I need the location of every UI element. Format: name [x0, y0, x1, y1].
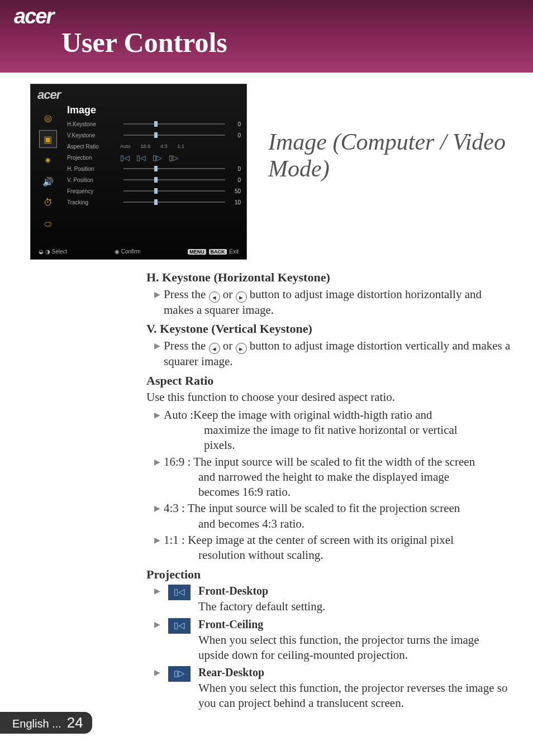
image-tab-icon: ▣	[39, 130, 57, 148]
osd-row-projection: Projection ▯◁ ▯◁ ▯▷ ▯▷	[67, 152, 241, 163]
bullet-text: 1:1 : Keep image at the center of screen…	[164, 533, 511, 563]
menu-key-icon: MENU	[188, 249, 206, 255]
color-tab-icon: ◎	[39, 109, 57, 127]
proj-body: Front-Ceiling When you select this funct…	[198, 617, 511, 663]
osd-label: H. Position	[67, 166, 120, 172]
bullet-text: Auto :Keep the image with original width…	[164, 408, 511, 453]
heading-aspect: Aspect Ratio	[146, 373, 511, 389]
osd-label: Tracking	[67, 199, 120, 205]
osd-row-tracking: Tracking 10	[67, 197, 241, 208]
proj-title: Front-Ceiling	[198, 617, 511, 631]
osd-label: V.Keystone	[67, 132, 120, 138]
bullet-43: ▶ 4:3 : The input source will be scaled …	[154, 501, 511, 532]
bullet-text: 4:3 : The input source will be scaled to…	[164, 501, 511, 532]
front-ceiling-icon: ▯◁	[168, 618, 191, 634]
osd-select-label: Select	[52, 248, 68, 255]
bullet-arrow-icon: ▶	[154, 504, 160, 514]
osd-aspect-options: Auto 16:9 4:3 1:1	[120, 143, 241, 149]
slider-track	[123, 168, 225, 169]
osd-label: V. Position	[67, 177, 120, 183]
bullet-auto: ▶ Auto :Keep the image with original wid…	[154, 408, 511, 453]
osd-row-hkeystone: H.Keystone 0	[67, 118, 241, 130]
bullet-arrow-icon: ▶	[154, 457, 160, 467]
text: resolution without scaling.	[164, 548, 511, 563]
bullet-11: ▶ 1:1 : Keep image at the center of scre…	[154, 533, 511, 563]
right-arrow-icon: ▸	[236, 291, 247, 303]
bullet-arrow-icon: ▶	[154, 290, 160, 300]
right-arrow-icon: ▸	[236, 343, 247, 354]
text: The input source will be scaled to fit t…	[188, 501, 460, 515]
bullet-text: 16:9 : The input source will be scaled t…	[164, 454, 511, 500]
bullet-text: Press the ◂ or ▸ button to adjust image …	[164, 287, 511, 318]
osd-footer-select: ◒ ◑ Select	[39, 248, 67, 255]
text: and becomes 4:3 ratio.	[164, 516, 511, 532]
opt-43: 4:3	[160, 143, 168, 149]
text: The input source will be scaled to fit t…	[193, 455, 475, 468]
proj-rear-desktop: ▶ ▯▷ Rear-Desktop When you select this f…	[154, 665, 511, 711]
text: or	[220, 339, 236, 352]
lead: 1:1 :	[164, 533, 188, 547]
language-tab-icon: ⬭	[39, 215, 57, 233]
proj-desc: When you select this function, the proje…	[198, 633, 511, 663]
opt-11: 1:1	[178, 143, 185, 149]
text: Keep the image with original width-higth…	[193, 408, 432, 422]
proj-front-desktop: ▶ ▯◁ Front-Desktop The factory default s…	[154, 583, 511, 614]
osd-label: Frequency	[67, 188, 120, 194]
slider-track	[123, 135, 225, 136]
osd-row-frequency: Frequency 50	[67, 185, 241, 197]
front-desktop-icon: ▯◁	[168, 585, 191, 600]
slider-track	[123, 190, 225, 192]
proj-desc: When you select this function, the proje…	[198, 681, 511, 711]
osd-value: 0	[229, 132, 241, 138]
proj-title: Rear-Desktop	[198, 665, 511, 680]
back-key-icon: BACK	[209, 249, 227, 255]
proj-title: Front-Desktop	[198, 583, 511, 598]
osd-footer-exit: MENU BACK Exit	[188, 248, 239, 255]
brand-logo: acer	[14, 4, 533, 28]
osd-section-title: Image	[67, 104, 241, 116]
bullet-169: ▶ 16:9 : The input source will be scaled…	[154, 454, 511, 500]
slider-track	[123, 179, 225, 180]
rear-desktop-icon: ▯▷	[168, 666, 191, 682]
osd-footer: ◒ ◑ Select ◉ Confirm MENU BACK Exit	[31, 248, 246, 255]
audio-tab-icon: 🔊	[39, 173, 57, 190]
lead: 16:9 :	[164, 455, 193, 468]
osd-main: Image H.Keystone 0 V.Keystone 0 Aspect R…	[67, 104, 241, 208]
timer-tab-icon: ⏱	[39, 194, 57, 212]
heading-vkeystone: V. Keystone (Vertical Keystone)	[146, 321, 511, 337]
text: Press the	[164, 339, 209, 352]
header-band: acer User Controls	[0, 0, 533, 73]
text: Press the	[164, 288, 209, 301]
proj-desc: The factory default setting.	[198, 599, 511, 614]
text: becomes 16:9 ratio.	[164, 485, 511, 500]
bullet-arrow-icon: ▶	[154, 620, 160, 630]
body-text: H. Keystone (Horizontal Keystone) ▶ Pres…	[146, 270, 511, 711]
osd-sidebar: ◎ ▣ ✷ 🔊 ⏱ ⬭	[35, 106, 60, 236]
heading-projection: Projection	[146, 567, 511, 583]
text: or	[220, 288, 236, 301]
management-tab-icon: ✷	[39, 151, 57, 169]
osd-footer-confirm: ◉ Confirm	[115, 248, 141, 255]
osd-value: 0	[229, 121, 241, 127]
bullet-arrow-icon: ▶	[154, 341, 160, 351]
text: Keep image at the center of screen with …	[188, 533, 454, 547]
opt-auto: Auto	[120, 143, 131, 149]
proj-rear-desktop-icon: ▯▷	[153, 154, 162, 162]
osd-label: Projection	[67, 155, 120, 161]
osd-value: 0	[229, 177, 241, 183]
osd-screenshot: acer ◎ ▣ ✷ 🔊 ⏱ ⬭ Image H.Keystone 0 V.Ke…	[30, 84, 247, 260]
bullet-vkeystone: ▶ Press the ◂ or ▸ button to adjust imag…	[154, 338, 511, 370]
osd-row-vposition: V. Position 0	[67, 174, 241, 185]
proj-front-desktop-icon: ▯◁	[120, 154, 130, 162]
proj-body: Front-Desktop The factory default settin…	[198, 583, 511, 614]
osd-label: Aspect Ratio	[67, 143, 120, 150]
section-side-title: Image (Computer / Video Mode)	[268, 128, 533, 183]
bullet-hkeystone: ▶ Press the ◂ or ▸ button to adjust imag…	[154, 287, 511, 318]
text: pixels.	[164, 438, 511, 453]
osd-row-hposition: H. Position 0	[67, 163, 241, 174]
bullet-arrow-icon: ▶	[154, 586, 160, 596]
bullet-arrow-icon: ▶	[154, 535, 160, 546]
footer-page-number: 24	[67, 714, 83, 731]
opt-169: 16:9	[141, 143, 151, 149]
bullet-arrow-icon: ▶	[154, 668, 160, 678]
